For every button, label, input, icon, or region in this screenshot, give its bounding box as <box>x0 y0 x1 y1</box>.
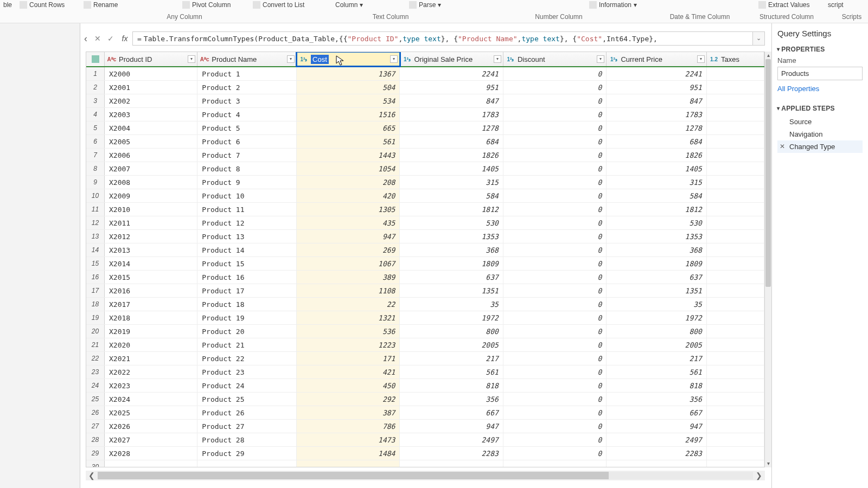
cell-cost[interactable]: 534 <box>297 94 400 107</box>
cell-discount[interactable]: 0 <box>503 94 607 107</box>
cell-taxes[interactable] <box>707 284 764 297</box>
cell-taxes[interactable] <box>707 176 764 189</box>
cell-current-price[interactable]: 1278 <box>607 121 707 134</box>
cell-current-price[interactable]: 356 <box>607 393 707 406</box>
cell-current-price[interactable]: 368 <box>607 243 707 256</box>
table-row[interactable]: 2X2001Product 25049510951 <box>86 81 764 94</box>
cell-discount[interactable]: 0 <box>503 176 607 189</box>
cell-product-name[interactable]: Product 7 <box>197 149 297 162</box>
row-number[interactable]: 13 <box>86 230 105 243</box>
cell-product-name[interactable]: Product 3 <box>197 94 297 107</box>
cell-product-id[interactable]: X2026 <box>105 420 197 433</box>
cell-original-sale-price[interactable] <box>400 460 503 467</box>
cell-discount[interactable]: 0 <box>503 135 607 148</box>
table-row[interactable]: 8X2007Product 81054140501405 <box>86 162 764 176</box>
cell-current-price[interactable]: 217 <box>607 352 707 365</box>
row-number[interactable]: 7 <box>86 149 105 162</box>
column-header-cost[interactable]: 1²₃ Cost ▾ <box>297 52 400 66</box>
row-number[interactable]: 28 <box>86 433 105 446</box>
pivot-column-button[interactable]: Pivot Column <box>179 0 234 10</box>
cell-current-price[interactable]: 1351 <box>607 284 707 297</box>
cell-discount[interactable]: 0 <box>503 257 607 270</box>
cell-product-name[interactable] <box>197 460 297 467</box>
cell-product-id[interactable]: X2006 <box>105 149 197 162</box>
table-row[interactable]: 23X2022Product 234215610561 <box>86 365 764 379</box>
filter-dropdown-icon[interactable]: ▾ <box>494 55 501 63</box>
row-number[interactable]: 12 <box>86 216 105 229</box>
formula-expand-button[interactable]: ⌄ <box>753 31 765 46</box>
cell-original-sale-price[interactable]: 356 <box>400 393 503 406</box>
cell-discount[interactable]: 0 <box>503 243 607 256</box>
step-source[interactable]: Source <box>777 115 863 128</box>
cell-discount[interactable]: 0 <box>503 162 607 175</box>
cell-taxes[interactable] <box>707 393 764 406</box>
cell-current-price[interactable]: 818 <box>607 379 707 392</box>
row-number[interactable]: 26 <box>86 406 105 419</box>
table-row[interactable]: 12X2011Product 124355300530 <box>86 216 764 230</box>
cell-product-id[interactable]: X2001 <box>105 81 197 94</box>
row-number[interactable]: 2 <box>86 81 105 94</box>
table-row[interactable]: 1X2000Product 11367224102241 <box>86 67 764 81</box>
split-column-button[interactable]: Column ▾ <box>332 0 366 10</box>
cell-current-price[interactable]: 684 <box>607 135 707 148</box>
cell-discount[interactable]: 0 <box>503 325 607 338</box>
table-row[interactable]: 4X2003Product 41516178301783 <box>86 108 764 121</box>
information-button[interactable]: Information ▾ <box>586 0 640 10</box>
cell-original-sale-price[interactable]: 1809 <box>400 257 503 270</box>
cell-current-price[interactable] <box>607 460 707 467</box>
row-number[interactable]: 3 <box>86 94 105 107</box>
cell-current-price[interactable]: 951 <box>607 81 707 94</box>
cell-discount[interactable]: 0 <box>503 338 607 351</box>
cell-product-id[interactable]: X2011 <box>105 216 197 229</box>
cell-product-name[interactable]: Product 4 <box>197 108 297 121</box>
cell-discount[interactable]: 0 <box>503 311 607 324</box>
table-row[interactable]: 11X2010Product 111305181201812 <box>86 203 764 216</box>
cell-product-id[interactable]: X2008 <box>105 176 197 189</box>
cell-cost[interactable]: 292 <box>297 393 400 406</box>
cell-taxes[interactable] <box>707 311 764 324</box>
cell-product-name[interactable]: Product 14 <box>197 243 297 256</box>
rename-button[interactable]: Rename <box>80 0 121 10</box>
row-number[interactable]: 25 <box>86 393 105 406</box>
cell-taxes[interactable] <box>707 230 764 243</box>
table-row[interactable]: 28X2027Product 281473249702497 <box>86 433 764 447</box>
row-number[interactable]: 29 <box>86 447 105 460</box>
cell-original-sale-price[interactable]: 951 <box>400 81 503 94</box>
cell-product-name[interactable]: Product 29 <box>197 447 297 460</box>
cell-cost[interactable]: 269 <box>297 243 400 256</box>
table-row[interactable]: 15X2014Product 151067180901809 <box>86 257 764 271</box>
cell-product-id[interactable]: X2027 <box>105 433 197 446</box>
cell-product-id[interactable]: X2017 <box>105 298 197 311</box>
row-number[interactable]: 16 <box>86 271 105 284</box>
cell-original-sale-price[interactable]: 217 <box>400 352 503 365</box>
cell-current-price[interactable]: 1809 <box>607 257 707 270</box>
cell-product-name[interactable]: Product 22 <box>197 352 297 365</box>
cell-taxes[interactable] <box>707 203 764 216</box>
cell-product-id[interactable]: X2013 <box>105 243 197 256</box>
table-row[interactable]: 22X2021Product 221712170217 <box>86 352 764 365</box>
cell-taxes[interactable] <box>707 460 764 467</box>
cell-current-price[interactable]: 667 <box>607 406 707 419</box>
table-row[interactable]: 16X2015Product 163896370637 <box>86 271 764 284</box>
cell-product-id[interactable]: X2012 <box>105 230 197 243</box>
filter-dropdown-icon[interactable]: ▾ <box>697 55 705 63</box>
cell-cost[interactable]: 1321 <box>297 311 400 324</box>
cell-original-sale-price[interactable]: 1783 <box>400 108 503 121</box>
delete-step-icon[interactable]: ✕ <box>780 143 785 150</box>
cell-discount[interactable]: 0 <box>503 379 607 392</box>
table-row[interactable]: 18X2017Product 182235035 <box>86 298 764 311</box>
cell-current-price[interactable]: 1353 <box>607 230 707 243</box>
table-row[interactable]: 30 <box>86 460 764 467</box>
horizontal-scrollbar[interactable]: ❮ ❯ <box>86 471 765 480</box>
properties-header[interactable]: PROPERTIES <box>777 46 863 53</box>
cell-original-sale-price[interactable]: 1351 <box>400 284 503 297</box>
cell-cost[interactable]: 504 <box>297 81 400 94</box>
cell-product-id[interactable]: X2014 <box>105 257 197 270</box>
grid-body[interactable]: 1X2000Product 113672241022412X2001Produc… <box>86 67 764 467</box>
cell-current-price[interactable]: 2497 <box>607 433 707 446</box>
cell-product-id[interactable]: X2016 <box>105 284 197 297</box>
cell-product-name[interactable]: Product 28 <box>197 433 297 446</box>
cell-current-price[interactable]: 637 <box>607 271 707 284</box>
cell-original-sale-price[interactable]: 1278 <box>400 121 503 134</box>
row-number[interactable]: 6 <box>86 135 105 148</box>
